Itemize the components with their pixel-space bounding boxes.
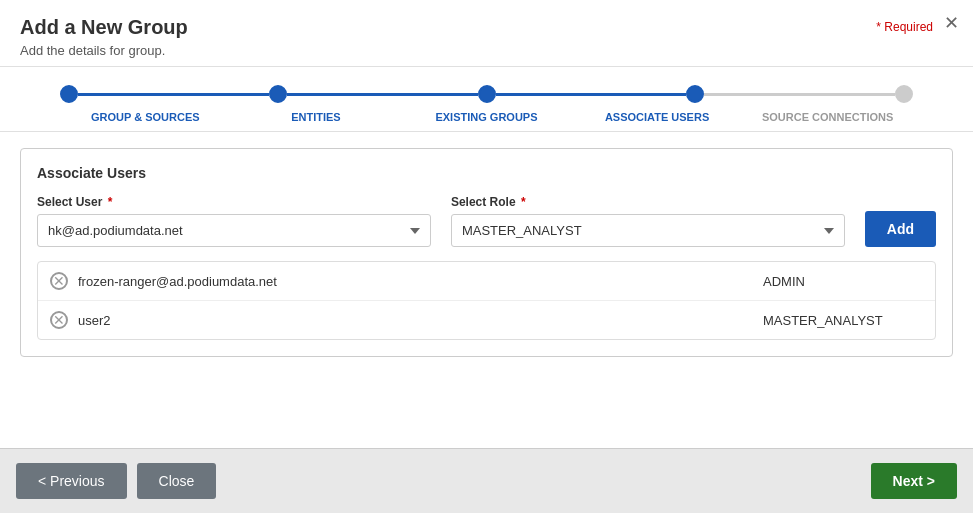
step-label-4: ASSOCIATE USERS	[572, 111, 743, 123]
stepper	[60, 85, 913, 103]
step-label-2: ENTITIES	[231, 111, 402, 123]
role-required-star: *	[518, 195, 526, 209]
previous-button[interactable]: < Previous	[16, 463, 127, 499]
step-label-3: EXISTING GROUPS	[401, 111, 572, 123]
step-line-2	[287, 93, 478, 96]
associate-users-section: Associate Users Select User * hk@ad.podi…	[20, 148, 953, 357]
required-note: * Required	[876, 20, 933, 34]
select-user-group: Select User * hk@ad.podiumdata.net	[37, 195, 431, 247]
table-row: ✕ frozen-ranger@ad.podiumdata.net ADMIN	[38, 262, 935, 301]
remove-user-1-button[interactable]: ✕	[50, 272, 68, 290]
step-dot-2	[269, 85, 287, 103]
modal-footer: < Previous Close Next >	[0, 448, 973, 513]
modal-subtitle: Add the details for group.	[20, 43, 953, 58]
modal-header: Add a New Group Add the details for grou…	[0, 0, 973, 67]
user-list: ✕ frozen-ranger@ad.podiumdata.net ADMIN …	[37, 261, 936, 340]
add-group-modal: Add a New Group Add the details for grou…	[0, 0, 973, 513]
step-dot-1	[60, 85, 78, 103]
footer-left: < Previous Close	[16, 463, 216, 499]
step-label-1: GROUP & SOURCES	[60, 111, 231, 123]
select-role-label: Select Role *	[451, 195, 845, 209]
user-role-1: ADMIN	[763, 274, 923, 289]
user-role-2: MASTER_ANALYST	[763, 313, 923, 328]
step-line-3	[496, 93, 687, 96]
remove-user-2-button[interactable]: ✕	[50, 311, 68, 329]
section-title: Associate Users	[37, 165, 936, 181]
close-icon[interactable]: ✕	[944, 14, 959, 32]
step-line-4	[704, 93, 895, 96]
step-labels: GROUP & SOURCES ENTITIES EXISTING GROUPS…	[60, 111, 913, 123]
user-email-1: frozen-ranger@ad.podiumdata.net	[78, 274, 763, 289]
modal-title: Add a New Group	[20, 16, 953, 39]
stepper-area: GROUP & SOURCES ENTITIES EXISTING GROUPS…	[0, 67, 973, 132]
step-dot-4	[686, 85, 704, 103]
step-line-container	[60, 85, 913, 103]
modal-content: Associate Users Select User * hk@ad.podi…	[0, 132, 973, 448]
step-dot-3	[478, 85, 496, 103]
next-button[interactable]: Next >	[871, 463, 957, 499]
step-dot-5	[895, 85, 913, 103]
step-label-5: SOURCE CONNECTIONS	[742, 111, 913, 123]
add-user-button[interactable]: Add	[865, 211, 936, 247]
select-role-dropdown[interactable]: MASTER_ANALYST	[451, 214, 845, 247]
user-email-2: user2	[78, 313, 763, 328]
close-button[interactable]: Close	[137, 463, 217, 499]
select-role-group: Select Role * MASTER_ANALYST	[451, 195, 845, 247]
form-row: Select User * hk@ad.podiumdata.net Selec…	[37, 195, 936, 247]
step-line-1	[78, 93, 269, 96]
select-user-label: Select User *	[37, 195, 431, 209]
user-required-star: *	[104, 195, 112, 209]
table-row: ✕ user2 MASTER_ANALYST	[38, 301, 935, 339]
select-user-dropdown[interactable]: hk@ad.podiumdata.net	[37, 214, 431, 247]
